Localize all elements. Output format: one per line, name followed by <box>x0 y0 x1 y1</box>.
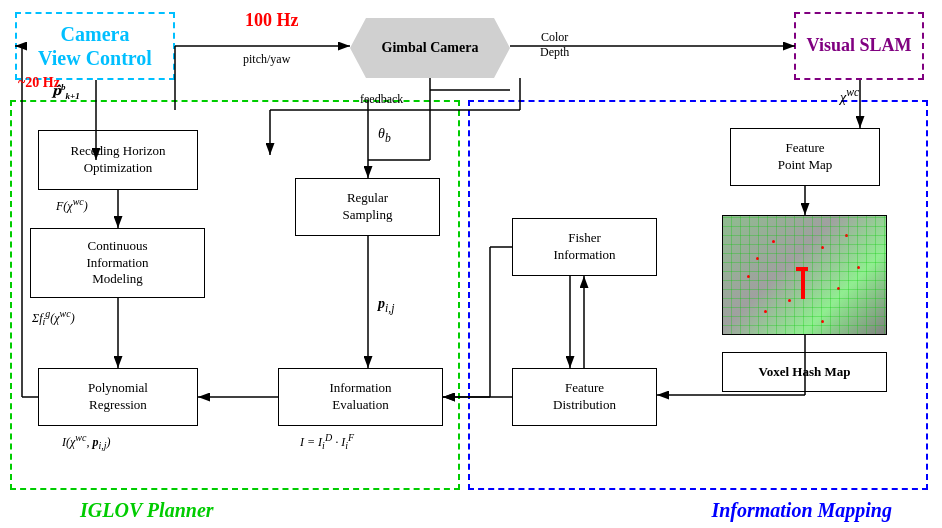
pitch-yaw-label: pitch/yaw <box>243 52 290 67</box>
camera-view-control-box: CameraView Control <box>15 12 175 80</box>
feature-point-map-box: FeaturePoint Map <box>730 128 880 186</box>
gimbal-camera-box: Gimbal Camera <box>350 18 510 78</box>
continuous-info-box: ContinuousInformationModeling <box>30 228 205 298</box>
information-evaluation-label: InformationEvaluation <box>329 380 391 414</box>
fisher-information-box: FisherInformation <box>512 218 657 276</box>
voxel-image <box>722 215 887 335</box>
polynomial-regression-label: PolynomialRegression <box>88 380 148 414</box>
regular-sampling-label: RegularSampling <box>343 190 393 224</box>
gimbal-camera-label: Gimbal Camera <box>382 40 479 56</box>
voxel-hash-map-label: Voxel Hash Map <box>759 364 851 381</box>
camera-view-control-label: CameraView Control <box>38 22 152 70</box>
feature-point-map-label: FeaturePoint Map <box>778 140 833 174</box>
information-evaluation-box: InformationEvaluation <box>278 368 443 426</box>
receding-horizon-box: Receding HorizonOptimization <box>38 130 198 190</box>
continuous-info-label: ContinuousInformationModeling <box>86 238 148 289</box>
feedback-label: feedback <box>360 92 403 107</box>
voxel-hash-map-box: Voxel Hash Map <box>722 352 887 392</box>
visual-slam-label: Visual SLAM <box>807 35 912 57</box>
f-chi-label: F(χwc) <box>56 196 88 214</box>
iglov-planner-label: IGLOV Planner <box>80 499 214 522</box>
regular-sampling-box: RegularSampling <box>295 178 440 236</box>
receding-horizon-label: Receding HorizonOptimization <box>71 143 166 177</box>
feature-distribution-box: FeatureDistribution <box>512 368 657 426</box>
polynomial-regression-box: PolynomialRegression <box>38 368 198 426</box>
chi-wc-label: χwc <box>840 86 859 106</box>
feature-distribution-label: FeatureDistribution <box>553 380 616 414</box>
fisher-information-label: FisherInformation <box>553 230 615 264</box>
i-formula-label: I = IiD · IiF <box>300 432 354 451</box>
sum-fi-label: Σfig(χwc) <box>32 308 75 327</box>
p-hat-label: p̂bk+1 <box>52 82 80 101</box>
color-depth-label: ColorDepth <box>540 30 569 60</box>
i-chi-p-label: I(χwc, pi,j) <box>62 432 110 451</box>
p-ij-label: pi,j <box>378 296 394 315</box>
info-mapping-label: Information Mapping <box>711 499 892 522</box>
hz-100-label: 100 Hz <box>245 10 299 31</box>
visual-slam-box: Visual SLAM <box>794 12 924 80</box>
theta-b-label: θb <box>378 126 391 145</box>
